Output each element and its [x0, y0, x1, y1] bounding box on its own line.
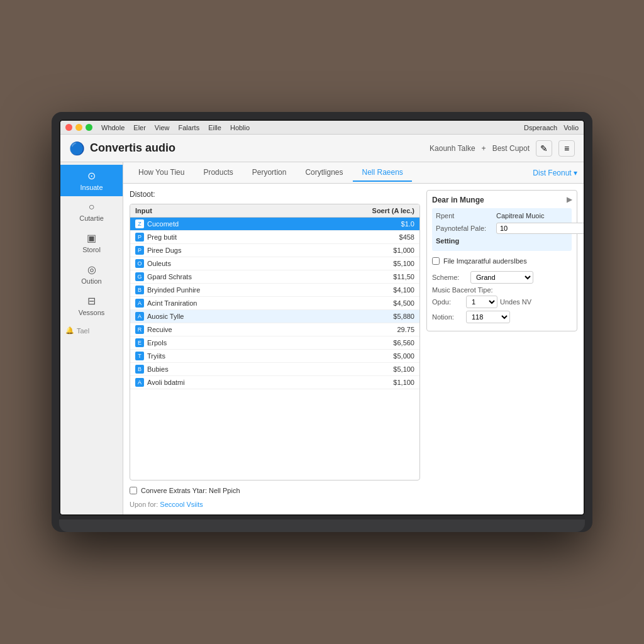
row-value: $6,560	[364, 339, 414, 347]
notion-select[interactable]: 118	[466, 311, 510, 323]
list-item[interactable]: A Avoli bdatmi $1,100	[130, 376, 419, 389]
rpent-row: Rpent Capitreal Muoic	[436, 212, 568, 219]
menu-icon[interactable]: ≡	[558, 140, 575, 157]
col-name-header: Input	[135, 207, 364, 214]
row-value: $1,100	[364, 379, 414, 386]
sidebar-label-cutartie: Cutartie	[79, 214, 104, 222]
convere-label: Convere Extrats Ytar: Nell Ppich	[141, 487, 240, 494]
list-item[interactable]: B Bryinded Punhire $4,100	[130, 284, 419, 297]
list-item[interactable]: P Preg butit $458	[130, 231, 419, 244]
list-item[interactable]: P Piree Dugs $1,000	[130, 244, 419, 257]
dialog-content: Distoot: Input Soert (A lec.) Z Cucometd	[123, 184, 584, 514]
card-title: Dear in Munge ▶	[432, 196, 572, 204]
menu-hoblio[interactable]: Hoblio	[230, 124, 250, 131]
sidebar-item-cutartie[interactable]: ○ Cutartie	[60, 196, 123, 227]
close-button[interactable]	[65, 124, 72, 131]
notion-label: Notion:	[432, 313, 464, 321]
list-item[interactable]: T Tryiits $5,000	[130, 350, 419, 363]
minimize-button[interactable]	[75, 124, 82, 131]
music-label: Music Bacerot Tipe:	[432, 286, 572, 294]
row-value: $11,50	[364, 273, 414, 280]
col-sort-header: Soert (A lec.)	[364, 207, 414, 214]
app-logo-icon: 🔵	[69, 141, 85, 156]
tab-dist-feonut[interactable]: Dist Feonut ▾	[533, 169, 577, 177]
menu-falarts[interactable]: Falarts	[179, 124, 200, 131]
row-name: Gpard Schrats	[147, 273, 364, 280]
list-body: Z Cucometd $1.0 P Preg butit $458	[130, 218, 419, 394]
rpent-value: Capitreal Muoic	[496, 212, 544, 219]
scheme-select[interactable]: Grand	[470, 271, 533, 284]
main-content: How You Tieu Products Peryortion Corytli…	[123, 162, 584, 514]
sidebar-bottom-label: Tael	[77, 327, 89, 335]
menu-items: Whdole Eler View Falarts Eille Hoblio	[101, 124, 250, 131]
row-value: $5,000	[364, 352, 414, 360]
app-header: 🔵 Convertis audio Kaounh Talke + Best Cu…	[60, 135, 584, 162]
tab-products[interactable]: Products	[194, 164, 242, 182]
convere-checkbox[interactable]	[130, 487, 137, 494]
sidebar-item-insuate[interactable]: ⊙ Insuate	[60, 165, 123, 196]
row-icon: T	[135, 352, 144, 360]
row-name: Preg butit	[147, 233, 364, 241]
menu-view[interactable]: View	[155, 124, 170, 131]
row-icon: R	[135, 325, 144, 334]
list-item[interactable]: E Erpols $6,560	[130, 336, 419, 350]
expand-icon[interactable]: ▶	[567, 196, 572, 204]
tab-peryortion[interactable]: Peryortion	[243, 164, 296, 182]
pencil-icon[interactable]: ✎	[536, 140, 552, 157]
tab-corytlignes[interactable]: Corytlignes	[296, 164, 352, 182]
row-value: $1,000	[364, 247, 414, 254]
payment-label: Paynotefal Pale:	[436, 225, 492, 232]
info-link-row: Upon for: Seccool Vsiits	[130, 501, 420, 508]
row-name: Recuive	[147, 326, 364, 333]
maximize-button[interactable]	[86, 124, 92, 131]
scheme-label: Scheme:	[432, 274, 467, 281]
sidebar-item-storol[interactable]: ▣ Storol	[60, 227, 123, 258]
sidebar-item-vessons[interactable]: ⊟ Vessons	[60, 290, 123, 321]
row-icon: A	[135, 312, 144, 321]
row-icon: G	[135, 272, 144, 281]
right-panel: Dear in Munge ▶ Rpent Capitreal Muoic Pa…	[426, 190, 577, 508]
header-right: Kaounh Talke + Best Cupot ✎ ≡	[430, 140, 575, 157]
file-checkbox-row: File Imqzaratful audersIbes	[432, 255, 572, 267]
list-item[interactable]: O Ouleuts $5,100	[130, 257, 419, 270]
sidebar-label-storol: Storol	[82, 246, 101, 253]
row-value: $4,100	[364, 286, 414, 294]
file-checkbox[interactable]	[432, 257, 440, 265]
info-prefix: Upon for:	[130, 501, 158, 508]
convere-checkbox-row: Convere Extrats Ytar: Nell Ppich	[130, 484, 420, 497]
menu-whdole[interactable]: Whdole	[101, 124, 125, 131]
menu-eler[interactable]: Eler	[133, 124, 146, 131]
list-item[interactable]: A Auosic Tylle $5,880	[130, 310, 419, 323]
row-icon: B	[135, 365, 144, 374]
list-item[interactable]: B Bubies $5,100	[130, 363, 419, 376]
row-icon: O	[135, 259, 144, 268]
tab-bar: How You Tieu Products Peryortion Corytli…	[123, 162, 584, 184]
row-name: Cucometd	[147, 220, 364, 228]
info-link[interactable]: Seccool Vsiits	[160, 501, 203, 508]
scheme-row: Scheme: Grand	[432, 271, 572, 284]
vessons-icon: ⊟	[87, 295, 96, 307]
list-item[interactable]: A Acint Traniration $4,500	[130, 297, 419, 310]
setting-label: Setting	[436, 237, 568, 245]
opdu-side-label: Undes NV	[500, 298, 531, 306]
tab-nell-raeens[interactable]: Nell Raeens	[353, 164, 411, 182]
tab-how-you-tieu[interactable]: How You Tieu	[130, 164, 193, 182]
list-header: Input Soert (A lec.)	[130, 204, 419, 218]
menu-eille[interactable]: Eille	[208, 124, 221, 131]
row-value: $5,100	[364, 260, 414, 267]
row-icon: A	[135, 378, 144, 387]
payment-input[interactable]	[496, 223, 584, 234]
sidebar-label-oution: Oution	[81, 277, 101, 285]
list-item[interactable]: G Gpard Schrats $11,50	[130, 270, 419, 284]
add-button[interactable]: +	[482, 144, 486, 153]
sidebar-item-oution[interactable]: ◎ Oution	[60, 258, 123, 290]
card-title-text: Dear in Munge	[432, 196, 484, 204]
row-icon: P	[135, 233, 144, 242]
opdu-select[interactable]: 1	[466, 296, 497, 308]
list-item[interactable]: R Recuive 29.75	[130, 323, 419, 336]
list-item[interactable]: Z Cucometd $1.0	[130, 218, 419, 231]
header-user-label: Kaounh Talke	[430, 144, 475, 153]
row-name: Piree Dugs	[147, 247, 364, 254]
menu-right: Dsperaach Volio	[524, 124, 579, 131]
insuate-icon: ⊙	[87, 170, 96, 182]
